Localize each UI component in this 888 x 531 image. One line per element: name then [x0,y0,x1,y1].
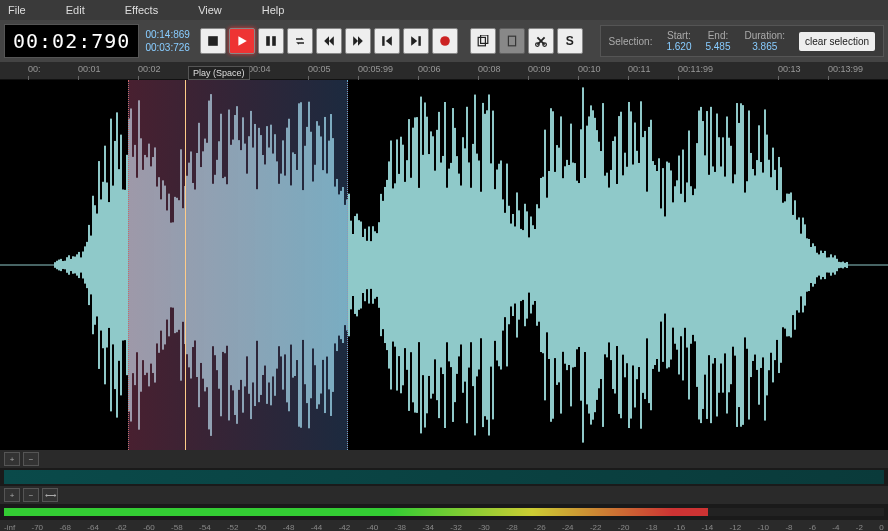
menu-bar: File Edit Effects View Help [0,0,888,20]
edit-tools: S [470,28,583,54]
db-label: -58 [171,523,183,532]
ruler-tick: 00:09 [528,64,551,74]
ruler-tick: 00:05:99 [358,64,393,74]
timecode-total: 00:14:869 [145,29,190,40]
timecode-main: 00:02:790 [4,24,139,58]
db-label: -52 [227,523,239,532]
cut-button[interactable] [528,28,554,54]
transport-controls [200,28,458,54]
ruler-tick: 00:10 [578,64,601,74]
svg-marker-1 [238,36,246,46]
skip-end-button[interactable] [403,28,429,54]
svg-point-12 [440,36,450,46]
ruler-tick: 00:01 [78,64,101,74]
zoom-out-h-button[interactable]: − [23,488,39,502]
svg-marker-5 [329,36,334,46]
menu-edit[interactable]: Edit [66,4,85,16]
toolbar: 00:02:790 00:14:869 00:03:726 S Selectio… [0,20,888,62]
db-label: -42 [339,523,351,532]
snap-button[interactable]: S [557,28,583,54]
record-button[interactable] [432,28,458,54]
selection-label: Selection: [609,36,653,47]
svg-rect-13 [478,37,485,45]
svg-rect-2 [266,36,270,46]
end-value: 5.485 [705,41,730,52]
play-button[interactable] [229,28,255,54]
clear-selection-button[interactable]: clear selection [799,32,875,51]
db-label: -20 [618,523,630,532]
db-label: -54 [199,523,211,532]
ruler-tick: 00:11 [628,64,651,74]
db-label: -4 [832,523,839,532]
menu-help[interactable]: Help [262,4,285,16]
db-label: -40 [367,523,379,532]
svg-rect-14 [480,35,487,43]
db-label: -24 [562,523,574,532]
copy-button[interactable] [470,28,496,54]
svg-rect-11 [418,36,420,46]
rewind-button[interactable] [316,28,342,54]
db-label: -16 [674,523,686,532]
db-label: -68 [59,523,71,532]
db-label: 0 [879,523,883,532]
menu-effects[interactable]: Effects [125,4,158,16]
db-label: -38 [394,523,406,532]
db-label: -60 [143,523,155,532]
db-label: -12 [730,523,742,532]
ruler-tick: 00:08 [478,64,501,74]
svg-rect-3 [272,36,276,46]
time-ruler[interactable]: 00:00:0100:0200:0300:0400:0500:05:9900:0… [0,62,888,80]
play-tooltip: Play (Space) [188,66,250,80]
db-label: -34 [422,523,434,532]
svg-marker-10 [411,36,417,46]
menu-file[interactable]: File [8,4,26,16]
db-label: -28 [506,523,518,532]
paste-button[interactable] [499,28,525,54]
db-label: -48 [283,523,295,532]
db-label: -22 [590,523,602,532]
db-label: -32 [450,523,462,532]
duration-label: Duration: [745,30,786,41]
db-label: -70 [31,523,43,532]
db-label: -26 [534,523,546,532]
ruler-tick: 00:13:99 [828,64,863,74]
db-label: -6 [809,523,816,532]
start-value: 1.620 [666,41,691,52]
forward-button[interactable] [345,28,371,54]
zoom-fit-button[interactable]: ⟷ [42,488,58,502]
db-label: -inf [4,523,15,532]
level-meter [4,508,884,516]
waveform-area[interactable]: Play (Space) [0,80,888,450]
menu-view[interactable]: View [198,4,222,16]
zoom-out-v-button[interactable]: − [23,452,39,466]
db-label: -2 [856,523,863,532]
pause-button[interactable] [258,28,284,54]
db-scale: -inf-70-68-64-62-60-58-54-52-50-48-44-42… [0,520,888,531]
selection-info: Selection: Start:1.620 End:5.485 Duratio… [600,25,884,57]
db-label: -44 [311,523,323,532]
loop-button[interactable] [287,28,313,54]
duration-value: 3.865 [752,41,777,52]
db-label: -18 [646,523,658,532]
svg-rect-0 [208,36,218,46]
stop-button[interactable] [200,28,226,54]
selection-region[interactable] [128,80,348,450]
zoom-in-h-button[interactable]: + [4,488,20,502]
ruler-tick: 00: [28,64,41,74]
svg-marker-7 [358,36,363,46]
zoom-in-v-button[interactable]: + [4,452,20,466]
playhead[interactable] [185,80,186,450]
db-label: -8 [785,523,792,532]
zoom-controls-horizontal: + − ⟷ [0,486,888,504]
ruler-tick: 00:11:99 [678,64,713,74]
svg-marker-9 [386,36,392,46]
ruler-tick: 00:02 [138,64,161,74]
overview-track[interactable] [4,470,884,484]
db-label: -64 [87,523,99,532]
ruler-tick: 00:13 [778,64,801,74]
timecode-selection: 00:03:726 [145,42,190,53]
svg-marker-4 [324,36,329,46]
db-label: -14 [702,523,714,532]
skip-start-button[interactable] [374,28,400,54]
svg-rect-8 [382,36,384,46]
